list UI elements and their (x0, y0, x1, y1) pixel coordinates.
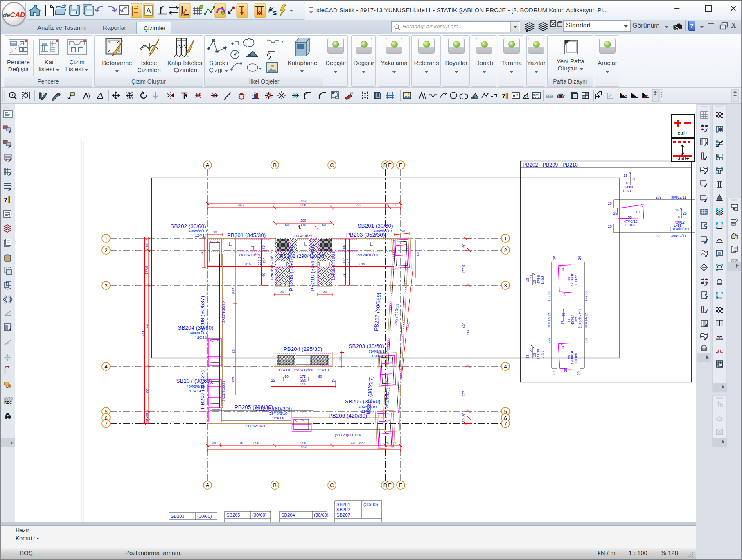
svg-text:15: 15 (677, 215, 681, 219)
svg-text:60: 60 (145, 243, 149, 247)
svg-text:537: 537 (232, 288, 236, 294)
svg-text:SB207: SB207 (336, 513, 350, 517)
svg-text:(10 adet/m²): (10 adet/m²) (578, 309, 582, 328)
svg-text:944: 944 (141, 331, 145, 336)
svg-text:D: D (383, 162, 387, 168)
svg-text:170: 170 (300, 223, 306, 227)
svg-text:60: 60 (285, 223, 289, 227)
svg-text:SB203 (30/60): SB203 (30/60) (348, 343, 384, 349)
svg-text:420: 420 (351, 441, 356, 445)
svg-text:F: F (399, 162, 402, 168)
svg-text:7: 7 (504, 421, 507, 427)
svg-text:30: 30 (323, 290, 327, 294)
svg-text:39Φ12/11: 39Φ12/11 (671, 195, 686, 199)
svg-text:(30/60): (30/60) (197, 514, 212, 519)
svg-text:2x9Φ12/20: 2x9Φ12/20 (294, 368, 313, 372)
svg-text:SB202: SB202 (336, 507, 350, 512)
svg-text:SB204: SB204 (281, 513, 295, 517)
svg-text:30: 30 (280, 290, 284, 294)
svg-text:(30/60): (30/60) (252, 513, 267, 517)
svg-text:25: 25 (613, 211, 617, 215)
svg-text:295: 295 (300, 382, 306, 386)
svg-text:B: B (273, 482, 277, 488)
svg-text:C: C (330, 162, 334, 168)
svg-text:12Φ14: 12Φ14 (195, 233, 207, 237)
svg-text:345: 345 (238, 203, 244, 207)
svg-text:A: A (206, 162, 210, 168)
svg-text:12Φ18x5Φ16/24: 12Φ18x5Φ16/24 (331, 252, 336, 280)
svg-text:55: 55 (393, 203, 397, 207)
svg-text:30: 30 (401, 229, 405, 233)
svg-text:12Φ14: 12Φ14 (374, 233, 386, 237)
svg-text:L=53: L=53 (623, 189, 631, 193)
svg-text:PB210 (30/420/30): PB210 (30/420/30) (309, 245, 316, 291)
svg-text:S: S (273, 10, 277, 16)
svg-text:30: 30 (462, 413, 466, 417)
svg-text:3: 3 (104, 282, 107, 289)
svg-text:12Φ18: 12Φ18 (278, 368, 290, 372)
svg-text:L=59: L=59 (574, 316, 578, 323)
svg-text:40Φ8/8/10: 40Φ8/8/10 (188, 228, 207, 233)
svg-text:40Φ8/8/10: 40Φ8/8/10 (186, 384, 205, 388)
svg-text:3: 3 (504, 282, 507, 289)
svg-text:ctrl+: ctrl+ (678, 130, 688, 136)
svg-text:27: 27 (631, 177, 636, 181)
svg-text:4: 4 (504, 364, 507, 370)
svg-text:PB208 (30/537): PB208 (30/537) (199, 296, 205, 335)
svg-text:13: 13 (561, 346, 565, 350)
svg-text:20: 20 (577, 371, 581, 375)
svg-text:36Φ14/12: 36Φ14/12 (584, 313, 588, 328)
svg-text:2: 2 (104, 247, 107, 253)
svg-text:25: 25 (564, 368, 568, 372)
svg-text:279: 279 (656, 234, 661, 238)
svg-text:13: 13 (636, 210, 640, 214)
svg-text:L=266: L=266 (547, 291, 551, 301)
svg-text:PB201 (345/30): PB201 (345/30) (227, 232, 266, 238)
svg-text:SB201 (30/60): SB201 (30/60) (357, 223, 393, 229)
svg-text:16Φ14: 16Φ14 (371, 354, 383, 358)
svg-text:2x17Φ10/19: 2x17Φ10/19 (356, 253, 378, 257)
svg-text:25: 25 (562, 313, 566, 317)
svg-text:PB206 (420/30): PB206 (420/30) (329, 413, 368, 419)
svg-text:94Φ8: 94Φ8 (625, 185, 633, 189)
svg-text:226: 226 (584, 338, 588, 343)
svg-text:20: 20 (577, 256, 582, 260)
svg-text:4: 4 (104, 364, 107, 370)
svg-text:12Φ18: 12Φ18 (317, 368, 329, 372)
svg-text:25: 25 (563, 292, 567, 296)
svg-text:7: 7 (104, 421, 107, 427)
svg-text:36Φ14/12: 36Φ14/12 (547, 313, 551, 328)
svg-text:PB209 (30/420/30): PB209 (30/420/30) (288, 245, 294, 291)
svg-text:L=186: L=186 (625, 223, 635, 227)
svg-text:12Φ14: 12Φ14 (361, 409, 373, 413)
svg-text:12Φ14: 12Φ14 (272, 415, 284, 420)
svg-text:13: 13 (532, 280, 537, 284)
svg-text:25: 25 (332, 378, 336, 382)
svg-text:E: E (388, 482, 392, 488)
svg-text:30: 30 (212, 441, 216, 445)
svg-text:PB204 (295/30): PB204 (295/30) (284, 346, 323, 352)
svg-text:55: 55 (393, 441, 397, 445)
svg-text:A: A (206, 482, 210, 488)
svg-text:15: 15 (675, 208, 679, 212)
svg-text:60: 60 (284, 375, 289, 379)
svg-text:396: 396 (253, 441, 259, 445)
svg-text:6: 6 (504, 415, 507, 421)
svg-text:279: 279 (656, 195, 661, 199)
svg-text:60: 60 (262, 245, 266, 249)
svg-text:345: 345 (239, 441, 244, 445)
svg-text:272: 272 (359, 441, 365, 445)
svg-text:C: C (330, 482, 334, 488)
svg-text:30: 30 (145, 413, 149, 417)
svg-text:272: 272 (356, 203, 361, 207)
svg-text:PB212 (30/569): PB212 (30/569) (373, 292, 382, 331)
svg-text:237.5: 237.5 (346, 258, 350, 267)
svg-text:2x11Φ10/21: 2x11Φ10/21 (221, 380, 226, 401)
svg-text:L=186: L=186 (574, 275, 578, 285)
svg-text:60: 60 (262, 273, 266, 277)
svg-text:2x11Φ10/21: 2x11Φ10/21 (384, 387, 390, 409)
svg-text:30: 30 (213, 230, 217, 234)
svg-text:12Φ14: 12Φ14 (189, 388, 201, 393)
svg-text:227: 227 (462, 391, 466, 397)
svg-text:55: 55 (628, 215, 632, 219)
